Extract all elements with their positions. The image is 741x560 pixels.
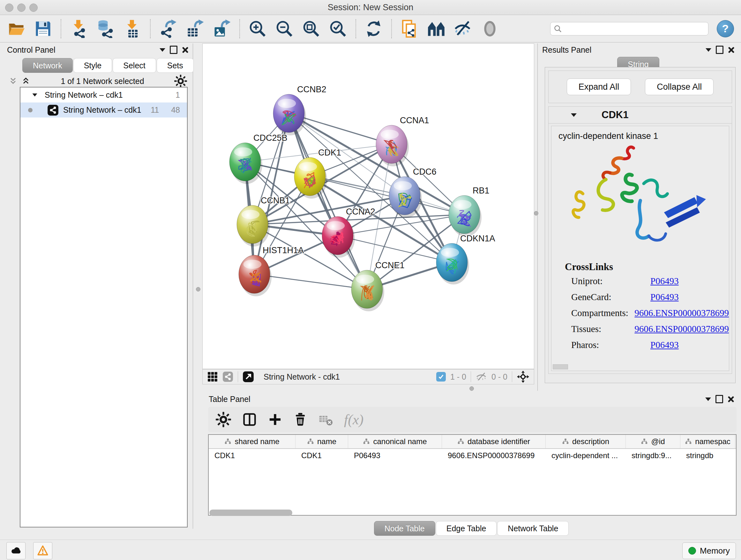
crosslink-value-link[interactable]: 9606.ENSP00000378699 (634, 324, 729, 334)
zoom-out-icon[interactable] (275, 19, 293, 38)
crosslink-value-link[interactable]: 9606.ENSP00000378699 (634, 308, 729, 318)
import-network-from-file-icon[interactable] (70, 19, 88, 38)
scrollbar-thumb[interactable] (553, 364, 568, 369)
left-splitter-handle[interactable] (196, 287, 200, 292)
panel-float-icon[interactable] (170, 46, 178, 54)
network-view-icon[interactable] (222, 371, 233, 382)
panel-menu-icon[interactable] (705, 48, 711, 52)
column-header-name[interactable]: name (295, 435, 348, 448)
tab-sets[interactable]: Sets (157, 58, 194, 73)
export-image-icon[interactable] (212, 19, 231, 38)
table-cell[interactable]: stringdb (680, 449, 735, 462)
column-header-database-identifier[interactable]: database identifier (442, 435, 546, 448)
warning-status-button[interactable] (33, 542, 52, 559)
network-collection-row[interactable]: String Network – cdk1 1 (20, 87, 187, 103)
right-splitter-handle[interactable] (534, 211, 538, 215)
show-columns-icon[interactable] (242, 412, 257, 427)
table-cell[interactable]: CDK1 (209, 449, 295, 462)
show-all-icon[interactable] (481, 19, 499, 38)
hide-selected-icon[interactable] (454, 19, 472, 38)
crosslink-value-link[interactable]: P06493 (650, 340, 679, 350)
table-options-gear-icon[interactable] (216, 412, 231, 427)
crosslink-label: GeneCard: (571, 292, 650, 302)
grid-view-icon[interactable] (207, 371, 218, 382)
export-table-icon[interactable] (186, 19, 204, 38)
first-neighbors-icon[interactable] (427, 19, 446, 38)
import-table-from-file-icon[interactable] (123, 19, 142, 38)
table-cell[interactable]: CDK1 (295, 449, 348, 462)
network-canvas[interactable]: CCNB2CCNA1CDC25BCDK1CDC6RB1CCNB1CCNA2CDK… (202, 44, 534, 369)
gene-section-header[interactable]: CDK1 (549, 107, 732, 124)
column-header-description[interactable]: description (546, 435, 626, 448)
crosslink-label: Tissues: (571, 324, 634, 334)
control-panel-title: Control Panel (7, 45, 155, 55)
expand-all-button[interactable]: Expand All (567, 78, 631, 95)
table-cell[interactable]: cyclin-dependent ... (546, 449, 626, 462)
tab-node-table[interactable]: Node Table (374, 521, 435, 536)
panel-close-icon[interactable] (728, 396, 734, 402)
open-session-icon[interactable] (7, 19, 25, 38)
network-options-gear-icon[interactable] (174, 75, 187, 87)
zoom-in-icon[interactable] (248, 19, 267, 38)
toolbar-separator (239, 19, 240, 38)
search-input[interactable] (564, 24, 705, 34)
node-HIST1H1A[interactable]: HIST1H1A (239, 246, 304, 296)
crosslink-value-link[interactable]: P06493 (650, 276, 679, 287)
table-hscrollbar-track[interactable] (208, 509, 737, 516)
node-CCNA2[interactable]: CCNA2 (322, 207, 375, 258)
table-cell[interactable]: P06493 (348, 449, 442, 462)
memory-button[interactable]: Memory (682, 543, 736, 559)
panel-menu-icon[interactable] (159, 48, 165, 52)
panel-float-icon[interactable] (716, 46, 724, 54)
panel-menu-icon[interactable] (705, 397, 711, 401)
node-CDKN1A[interactable]: CDKN1A (436, 234, 495, 285)
add-column-icon[interactable] (268, 413, 282, 427)
fit-content-icon[interactable] (302, 19, 320, 38)
column-header-canonical-name[interactable]: canonical name (348, 435, 442, 448)
crosslink-value-link[interactable]: P06493 (650, 292, 679, 302)
panel-float-icon[interactable] (716, 395, 723, 403)
table-cell[interactable]: stringdb:9... (626, 449, 680, 462)
import-network-from-database-icon[interactable] (96, 19, 115, 38)
network-graph[interactable]: CCNB2CCNA1CDC25BCDK1CDC6RB1CCNB1CCNA2CDK… (203, 44, 534, 369)
tab-network-table[interactable]: Network Table (497, 521, 569, 536)
tab-select[interactable]: Select (113, 58, 156, 73)
zoom-selected-icon[interactable] (329, 19, 347, 38)
node-CCNB1[interactable]: CCNB1 (237, 196, 290, 246)
column-header-shared-name[interactable]: shared name (209, 435, 295, 448)
clone-network-icon[interactable] (400, 19, 419, 38)
help-button[interactable]: ? (717, 20, 734, 37)
node-table[interactable]: shared namenamecanonical namedatabase id… (208, 434, 737, 516)
collapse-all-button[interactable]: Collapse All (645, 78, 714, 95)
panel-close-icon[interactable] (728, 47, 734, 53)
pan-crosshair-icon[interactable] (517, 370, 529, 383)
table-row[interactable]: CDK1CDK1P064939606.ENSP00000378699cyclin… (209, 449, 736, 462)
horizontal-splitter-handle[interactable] (469, 386, 474, 391)
selected-nodes-checkbox[interactable] (436, 372, 446, 381)
column-header-namespac[interactable]: namespac (680, 435, 735, 448)
node-CCNA1[interactable]: CCNA1 (376, 116, 429, 166)
node-CCNE1[interactable]: CCNE1 (351, 260, 405, 311)
network-row-selected[interactable]: String Network – cdk1 11 48 (20, 103, 187, 118)
table-cell[interactable]: 9606.ENSP00000378699 (442, 449, 546, 462)
collapse-all-icon[interactable] (8, 76, 18, 86)
save-session-icon[interactable] (34, 19, 52, 38)
birds-eye-view-icon[interactable] (243, 371, 254, 382)
tab-edge-table[interactable]: Edge Table (436, 521, 497, 536)
delete-column-icon[interactable] (293, 412, 308, 427)
node-CCNB2[interactable]: CCNB2 (273, 84, 327, 135)
column-header--id[interactable]: @id (626, 435, 680, 448)
expand-all-icon[interactable] (21, 76, 30, 86)
export-network-icon[interactable] (159, 19, 178, 38)
cloud-status-button[interactable] (6, 542, 25, 559)
search-box[interactable] (550, 22, 709, 36)
tab-network[interactable]: Network (22, 58, 73, 73)
network-edge-count: 48 (171, 105, 180, 115)
tab-style[interactable]: Style (73, 58, 112, 73)
panel-close-icon[interactable] (182, 47, 188, 53)
collection-expand-icon[interactable] (32, 94, 37, 97)
gene-collapse-icon[interactable] (571, 113, 577, 117)
node-RB1[interactable]: RB1 (449, 186, 489, 237)
table-hscrollbar-thumb[interactable] (209, 509, 292, 516)
refresh-icon[interactable] (364, 19, 383, 38)
